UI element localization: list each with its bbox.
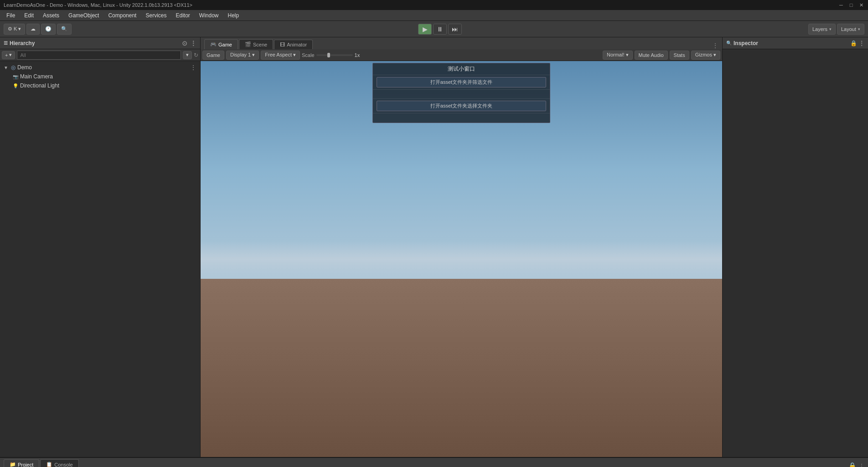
history-icon: 🕐 (45, 26, 52, 32)
menu-assets[interactable]: Assets (39, 11, 63, 20)
menu-services[interactable]: Services (142, 11, 170, 20)
play-button[interactable]: ▶ (418, 24, 432, 35)
open-asset-filter-label: 打开asset文件夹并筛选文件 (430, 79, 492, 85)
open-asset-folder-label: 打开asset文件夹选择文件夹 (430, 103, 492, 108)
hierarchy-filter-button[interactable]: ▾ (183, 51, 192, 59)
account-label: K ▾ (14, 26, 21, 32)
menu-gameobject[interactable]: GameObject (65, 11, 103, 20)
hierarchy-toolbar: + ▾ ▾ ↻ (0, 49, 200, 61)
inspector-options-button[interactable]: ⋮ (859, 40, 864, 46)
free-aspect-btn[interactable]: Free Aspect ▾ (261, 51, 300, 60)
hierarchy-header: ☰ Hierarchy ⊙ ⋮ (0, 37, 200, 49)
scene-tab-icon: 🎬 (245, 41, 251, 47)
cloud-button[interactable]: 🕐 (41, 24, 56, 35)
tab-scene[interactable]: 🎬 Scene (239, 39, 273, 49)
layers-label: Layers (812, 26, 827, 32)
layout-label: Layout (841, 26, 856, 32)
console-tab-icon: 📋 (46, 462, 52, 467)
menu-edit[interactable]: Edit (21, 11, 37, 20)
bottom-tabs: 📁 Project 📋 Console 🔒 ⋮ (0, 458, 868, 467)
menu-component[interactable]: Component (104, 11, 140, 20)
hierarchy-search-input[interactable] (17, 51, 181, 60)
hierarchy-content: ▼ ◎ Demo ⋮ 📷 Main Camera 💡 Directional L… (0, 61, 200, 457)
bottom-panel-lock[interactable]: 🔒 (848, 462, 856, 467)
scale-label: Scale (302, 52, 315, 58)
scale-slider[interactable] (316, 54, 353, 56)
step-button[interactable]: ⏭ (448, 24, 462, 35)
game-ui-overlay: 测试小窗口 打开asset文件夹并筛选文件 打开asset文件夹选择文件夹 (201, 61, 722, 457)
menu-help[interactable]: Help (224, 11, 243, 20)
hierarchy-lock-button[interactable]: ⋮ (190, 40, 196, 47)
hierarchy-item-directional-light[interactable]: 💡 Directional Light (0, 81, 200, 90)
project-tab-label: Project (18, 462, 33, 467)
account-button[interactable]: ⚙ K ▾ (4, 24, 25, 35)
pause-icon: ⏸ (437, 26, 443, 33)
toolbar-left-group: ⚙ K ▾ ☁ 🕐 🔍 (4, 24, 72, 35)
open-asset-filter-button[interactable]: 打开asset文件夹并筛选文件 (377, 77, 546, 87)
demo-scene-icon: ◎ (11, 64, 16, 71)
light-icon: 💡 (13, 83, 18, 88)
hierarchy-panel: ☰ Hierarchy ⊙ ⋮ + ▾ ▾ ↻ ▼ ◎ Demo ⋮ (0, 37, 201, 457)
close-button[interactable]: ✕ (858, 2, 864, 8)
tab-game[interactable]: 🎮 Game (204, 39, 238, 49)
maximize-button[interactable]: □ (848, 2, 854, 8)
filter-icon: ▾ (186, 52, 189, 58)
scale-slider-thumb (327, 53, 330, 57)
display-1-btn[interactable]: Display 1 ▾ (226, 51, 259, 60)
hierarchy-item-demo[interactable]: ▼ ◎ Demo ⋮ (0, 63, 200, 72)
title-bar: LearnDemoAsOne - Demo - Windows, Mac, Li… (0, 0, 868, 10)
menu-file[interactable]: File (3, 11, 19, 20)
tab-animator[interactable]: 🎞 Animator (274, 40, 313, 49)
hierarchy-title: Hierarchy (10, 40, 35, 46)
play-icon: ▶ (423, 26, 428, 33)
inspector-panel: 🔍 Inspector 🔒 ⋮ (722, 37, 868, 457)
search-global-button[interactable]: 🔍 (57, 24, 72, 35)
toolbar-right-group: Layers ▾ Layout ▾ (808, 24, 864, 35)
scene-tab-label: Scene (253, 42, 267, 47)
demo-label: Demo (17, 64, 32, 71)
inspector-content (723, 49, 868, 457)
tab-console[interactable]: 📋 Console (40, 459, 78, 467)
normal-label: Normal! ▾ (607, 52, 629, 58)
hierarchy-icon: ☰ (4, 41, 8, 46)
hierarchy-item-main-camera[interactable]: 📷 Main Camera (0, 72, 200, 81)
animator-tab-icon: 🎞 (280, 42, 285, 47)
inspector-lock-button[interactable]: 🔒 (850, 40, 857, 46)
free-aspect-label: Free Aspect ▾ (265, 52, 296, 58)
normal-btn[interactable]: Normal! ▾ (603, 51, 633, 60)
collab-button[interactable]: ☁ (26, 24, 40, 35)
hierarchy-options-button[interactable]: ⊙ (182, 40, 187, 47)
open-asset-folder-button[interactable]: 打开asset文件夹选择文件夹 (377, 101, 546, 111)
game-toolbar: Game Display 1 ▾ Free Aspect ▾ Scale 1x … (201, 49, 722, 61)
tab-project[interactable]: 📁 Project (4, 459, 39, 467)
demo-options[interactable]: ⋮ (190, 64, 196, 71)
bottom-panel-options[interactable]: ⋮ (859, 463, 864, 467)
toolbar: ⚙ K ▾ ☁ 🕐 🔍 ▶ ⏸ ⏭ Layers ▾ Layout (0, 21, 868, 37)
hierarchy-reload-button[interactable]: ↻ (194, 52, 198, 58)
pause-button[interactable]: ⏸ (433, 24, 447, 35)
hierarchy-add-button[interactable]: + ▾ (2, 51, 15, 59)
layout-dropdown[interactable]: Layout ▾ (837, 24, 864, 35)
game-ui-btn2-row[interactable]: 打开asset文件夹选择文件夹 (373, 99, 550, 113)
main-layout: ☰ Hierarchy ⊙ ⋮ + ▾ ▾ ↻ ▼ ◎ Demo ⋮ (0, 37, 868, 457)
game-tab-icon: 🎮 (210, 41, 217, 47)
stats-btn[interactable]: Stats (670, 51, 689, 60)
collab-icon: ☁ (31, 26, 36, 32)
menu-window[interactable]: Window (196, 11, 222, 20)
game-display-btn[interactable]: Game (202, 51, 224, 60)
mute-audio-btn[interactable]: Mute Audio (635, 51, 668, 60)
minimize-button[interactable]: ─ (838, 2, 844, 8)
menu-editor[interactable]: Editor (172, 11, 193, 20)
animator-tab-label: Animator (287, 42, 307, 47)
game-viewport: 测试小窗口 打开asset文件夹并筛选文件 打开asset文件夹选择文件夹 (201, 61, 722, 457)
play-controls: ▶ ⏸ ⏭ (418, 24, 462, 35)
account-icon: ⚙ (8, 26, 12, 32)
layers-dropdown[interactable]: Layers ▾ (808, 24, 836, 35)
center-tabs: 🎮 Game 🎬 Scene 🎞 Animator ⋮ (201, 37, 722, 49)
game-ui-btn1-row[interactable]: 打开asset文件夹并筛选文件 (373, 75, 550, 90)
game-ui-panel: 测试小窗口 打开asset文件夹并筛选文件 打开asset文件夹选择文件夹 (372, 63, 550, 123)
search-icon: 🔍 (61, 26, 67, 32)
gizmos-btn[interactable]: Gizmos ▾ (691, 51, 720, 60)
center-panel-options[interactable]: ⋮ (712, 42, 718, 49)
inspector-header: 🔍 Inspector 🔒 ⋮ (723, 37, 868, 49)
